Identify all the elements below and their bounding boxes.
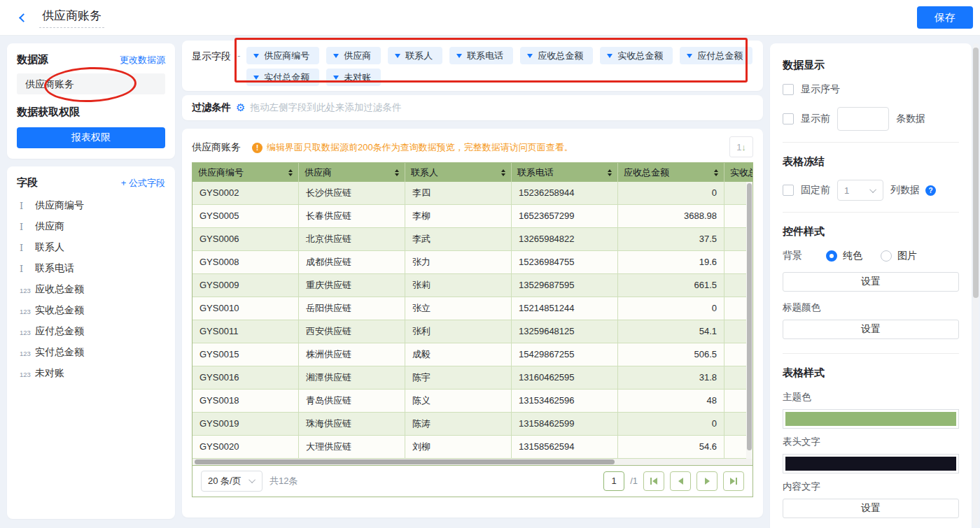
table-vertical-scrollbar-thumb[interactable] — [747, 183, 752, 450]
display-field-chip[interactable]: 联系电话 — [449, 47, 513, 64]
field-item[interactable]: 联系人 — [17, 237, 165, 258]
table-horizontal-scrollbar-thumb[interactable] — [195, 459, 615, 464]
column-header[interactable]: 应收总金额 — [618, 163, 724, 182]
page-number-input[interactable]: 1 — [603, 471, 624, 491]
display-field-chip[interactable]: 应付总金额 — [680, 47, 752, 64]
chevron-left-icon — [19, 13, 28, 22]
display-field-chip[interactable]: 供应商 — [326, 47, 381, 64]
field-item[interactable]: 供应商编号 — [17, 195, 165, 216]
table-row: GYS0010 岳阳供应链 张立 15214851244 0 — [192, 297, 752, 320]
selected-datasource[interactable]: 供应商账务 — [17, 73, 165, 94]
cell-supplier: 长沙供应链 — [299, 182, 405, 204]
add-formula-field-link[interactable]: + 公式字段 — [121, 177, 165, 190]
cell-contact: 刘柳 — [405, 436, 512, 458]
preview-notice: 编辑界面只取数据源前200条作为查询数据预览，完整数据请访问页面查看。 — [267, 141, 573, 154]
save-button[interactable]: 保存 — [917, 6, 973, 29]
display-field-chip[interactable]: 实付总金额 — [246, 69, 319, 86]
column-header[interactable]: 供应商 — [299, 163, 405, 182]
first-page-button[interactable] — [643, 471, 664, 491]
background-set-button[interactable]: 设置 — [783, 272, 959, 292]
column-header[interactable]: 联系人 — [405, 163, 512, 182]
header-text-color-swatch[interactable] — [783, 454, 959, 473]
next-page-button[interactable] — [696, 471, 718, 491]
cell-supplier: 湘潭供应链 — [299, 366, 405, 389]
preview-table: 供应商编号 供应商 联系人 联系电话 — [192, 162, 753, 497]
cell-supplier: 大理供应链 — [299, 436, 405, 458]
cell-supplier-code: GYS0002 — [192, 182, 299, 204]
field-item[interactable]: 实付总金额 — [17, 342, 165, 363]
datasource-heading: 数据源 — [17, 53, 48, 66]
caret-down-icon — [333, 54, 339, 58]
theme-color-label: 主题色 — [783, 391, 959, 404]
display-field-chip[interactable]: 未对账 — [326, 69, 381, 86]
cell-supplier-code: GYS0009 — [192, 274, 299, 297]
chevron-down-icon — [248, 476, 255, 483]
cell-supplier-code: GYS0010 — [192, 297, 299, 320]
display-field-chip[interactable]: 供应商编号 — [246, 47, 319, 64]
sort-arrows-icon[interactable] — [497, 169, 505, 176]
page-size-select[interactable]: 20 条/页 — [201, 471, 262, 492]
chip-label: 联系人 — [405, 50, 433, 62]
chip-label: 实付总金额 — [264, 71, 309, 84]
pagination-bar: 20 条/页 共12条 1 /1 — [192, 465, 752, 496]
freeze-columns-checkbox[interactable] — [783, 185, 794, 196]
prev-page-button[interactable] — [670, 471, 691, 491]
panel-scrollbar[interactable] — [973, 43, 979, 526]
theme-color-swatch[interactable] — [783, 409, 959, 429]
cell-contact: 李柳 — [405, 205, 512, 227]
column-header[interactable]: 联系电话 — [512, 163, 618, 182]
sort-arrows-icon[interactable] — [710, 169, 718, 176]
caret-down-icon — [333, 76, 339, 80]
cell-phone: 13158462599 — [512, 413, 618, 435]
field-item[interactable]: 供应商 — [17, 216, 165, 237]
gear-icon[interactable] — [236, 101, 245, 114]
sort-arrows-icon[interactable] — [391, 169, 399, 176]
column-header[interactable]: 供应商编号 — [192, 163, 299, 182]
table-row: GYS0016 湘潭供应链 陈宇 13160462595 31.8 — [192, 366, 752, 390]
field-item[interactable]: 应付总金额 — [17, 321, 165, 342]
display-field-chip[interactable]: 联系人 — [388, 47, 442, 64]
show-top-count-input[interactable] — [837, 107, 889, 131]
solid-color-radio[interactable] — [826, 250, 837, 262]
content-text-set-button[interactable]: 设置 — [783, 499, 959, 518]
image-radio[interactable] — [881, 250, 892, 262]
first-page-icon — [650, 478, 652, 485]
cell-phone: 13153462596 — [512, 390, 618, 412]
field-item[interactable]: 未对账 — [17, 363, 165, 384]
table-vertical-scrollbar[interactable] — [746, 182, 752, 459]
back-button[interactable] — [14, 8, 32, 27]
field-list: 供应商编号 供应商 联系人 联系电话 应收总金额 — [17, 195, 165, 384]
field-item[interactable]: 应收总金额 — [17, 279, 165, 300]
report-permission-button[interactable]: 报表权限 — [17, 127, 165, 148]
preview-panel: 供应商账务 ! 编辑界面只取数据源前200条作为查询数据预览，完整数据请访问页面… — [182, 129, 763, 518]
last-page-button[interactable] — [723, 471, 744, 491]
change-datasource-link[interactable]: 更改数据源 — [120, 54, 165, 66]
preview-title: 供应商账务 — [192, 141, 241, 154]
freeze-columns-select[interactable]: 1 — [837, 180, 883, 201]
display-field-chip[interactable]: 应收总金额 — [520, 47, 593, 64]
title-color-set-button[interactable]: 设置 — [783, 320, 959, 339]
column-header[interactable]: 实收总金额 — [724, 163, 752, 182]
field-item[interactable]: 实收总金额 — [17, 300, 165, 321]
page-title[interactable]: 供应商账务 — [39, 8, 104, 28]
field-item[interactable]: 联系电话 — [17, 258, 165, 279]
sort-arrows-icon[interactable] — [284, 169, 293, 176]
data-display-heading: 数据显示 — [783, 59, 959, 72]
sort-arrows-icon[interactable] — [603, 169, 612, 176]
table-horizontal-scrollbar[interactable] — [192, 459, 752, 465]
display-field-chip[interactable]: 实收总金额 — [600, 47, 673, 64]
freeze-prefix: 固定前 — [801, 184, 830, 197]
chip-label: 未对账 — [344, 71, 371, 84]
show-top-checkbox[interactable] — [783, 113, 794, 124]
numeric-sort-button[interactable] — [729, 136, 753, 157]
display-fields-dash: - — [237, 50, 240, 61]
chip-label: 实收总金额 — [617, 50, 663, 62]
cell-supplier: 西安供应链 — [299, 320, 405, 343]
field-label: 应付总金额 — [35, 325, 84, 338]
question-circle-icon[interactable]: ? — [925, 185, 936, 196]
filter-bar[interactable]: 过滤条件 拖动左侧字段到此处来添加过滤条件 — [182, 95, 763, 120]
panel-scrollbar-thumb[interactable] — [973, 48, 979, 298]
show-index-checkbox[interactable] — [783, 84, 794, 95]
fields-panel: 字段 + 公式字段 供应商编号 供应商 联系人 联系电话 — [7, 166, 175, 519]
column-label: 供应商编号 — [198, 166, 244, 179]
